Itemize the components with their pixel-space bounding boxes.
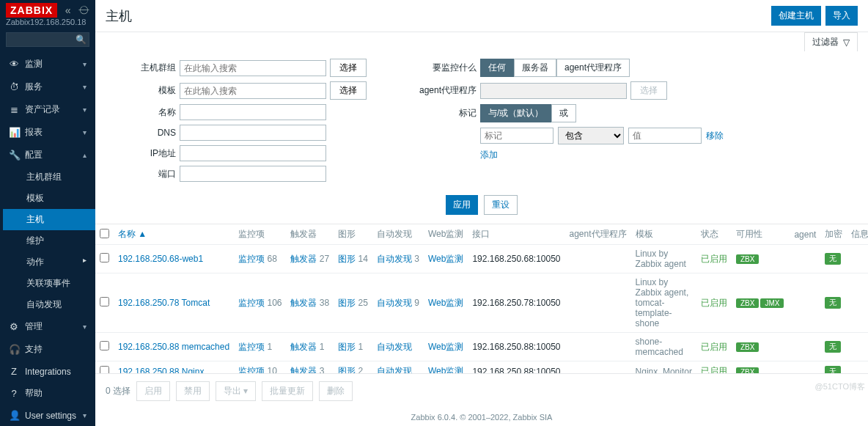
graphs-link[interactable]: 图形 <box>338 254 356 264</box>
graphs-link[interactable]: 图形 <box>338 366 356 373</box>
nav-support[interactable]: 🎧支持 <box>0 338 95 361</box>
cell-proxy <box>565 333 631 361</box>
nav-services[interactable]: ⏱服务▾ <box>0 76 95 98</box>
template-select-button[interactable]: 选择 <box>330 81 367 100</box>
triggers-link[interactable]: 触发器 <box>290 254 317 264</box>
seg-proxy[interactable]: agent代理程序 <box>556 59 630 77</box>
bulk-disable[interactable]: 禁用 <box>176 381 210 401</box>
seg-any[interactable]: 任何 <box>480 59 514 77</box>
tag-remove-link[interactable]: 移除 <box>706 130 724 142</box>
th-agent[interactable]: agent <box>790 224 820 245</box>
triggers-link[interactable]: 触发器 <box>290 342 317 352</box>
host-link[interactable]: 192.168.250.68-web1 <box>118 254 203 264</box>
th-items[interactable]: 监控项 <box>234 224 286 245</box>
bulk-delete[interactable]: 删除 <box>319 381 353 401</box>
integrations-icon: Z <box>9 366 19 377</box>
th-web[interactable]: Web监测 <box>424 224 468 245</box>
host-link[interactable]: 192.168.250.88 memcached <box>118 342 229 352</box>
status-link[interactable]: 已启用 <box>701 342 727 352</box>
create-host-button[interactable]: 创建主机 <box>771 6 821 26</box>
triggers-link[interactable]: 触发器 <box>290 298 317 308</box>
discovery-link[interactable]: 自动发现 <box>377 298 412 308</box>
items-link[interactable]: 监控项 <box>238 254 265 264</box>
nav-integrations[interactable]: ZIntegrations <box>0 361 95 382</box>
dns-input[interactable] <box>180 125 326 141</box>
hostgroup-input[interactable] <box>180 60 326 76</box>
tag-key-input[interactable] <box>480 128 553 144</box>
web-link[interactable]: Web监测 <box>428 254 463 264</box>
hostgroup-select-button[interactable]: 选择 <box>330 59 367 77</box>
collapse-icon[interactable]: « <box>65 4 71 16</box>
host-link[interactable]: 192.168.250.88 Nginx <box>118 367 204 374</box>
tag-logic-group: 与/或（默认） 或 <box>480 104 724 122</box>
port-input[interactable] <box>180 166 326 182</box>
th-name[interactable]: 名称 ▲ <box>114 224 234 245</box>
th-template[interactable]: 模板 <box>631 224 696 245</box>
graphs-link[interactable]: 图形 <box>338 298 356 308</box>
tag-op-select[interactable]: 包含 <box>558 127 624 144</box>
th-status[interactable]: 状态 <box>696 224 732 245</box>
nav-sub-discovery[interactable]: 自动发现 <box>3 294 95 315</box>
status-link[interactable]: 已启用 <box>701 298 727 308</box>
check-all[interactable] <box>100 229 109 238</box>
search-icon[interactable]: 🔍 <box>76 34 87 45</box>
web-link[interactable]: Web监测 <box>428 342 463 352</box>
row-check[interactable] <box>100 366 109 374</box>
nav-sub-hostgroups[interactable]: 主机群组 <box>3 166 95 188</box>
seg-andor[interactable]: 与/或（默认） <box>480 104 551 122</box>
template-input[interactable] <box>180 83 326 99</box>
web-link[interactable]: Web监测 <box>428 366 463 373</box>
nav-monitor[interactable]: 👁监测▾ <box>0 53 95 76</box>
apply-button[interactable]: 应用 <box>446 195 478 215</box>
reset-button[interactable]: 重设 <box>484 195 518 215</box>
web-link[interactable]: Web监测 <box>428 298 463 308</box>
th-triggers[interactable]: 触发器 <box>286 224 334 245</box>
host-link[interactable]: 192.168.250.78 Tomcat <box>118 298 210 308</box>
cell-interface: 192.168.250.88:10050 <box>468 333 564 361</box>
hide-icon[interactable]: ⦵ <box>78 4 89 17</box>
nav-sub-templates[interactable]: 模板 <box>3 188 95 209</box>
th-discovery[interactable]: 自动发现 <box>372 224 424 245</box>
nav-inventory[interactable]: ≣资产记录▾ <box>0 98 95 121</box>
tag-val-input[interactable] <box>628 128 702 144</box>
th-proxy[interactable]: agent代理程序 <box>565 224 631 245</box>
discovery-link[interactable]: 自动发现 <box>377 366 412 373</box>
nav-sub-maintenance[interactable]: 维护 <box>3 230 95 251</box>
th-availability[interactable]: 可用性 <box>732 224 790 245</box>
ip-input[interactable] <box>180 145 326 161</box>
nav-sub-hosts[interactable]: 主机 <box>3 209 95 230</box>
user-icon: 👤 <box>9 410 19 421</box>
items-link[interactable]: 监控项 <box>238 342 265 352</box>
nav-help[interactable]: ?帮助 <box>0 382 95 405</box>
seg-server[interactable]: 服务器 <box>514 59 556 77</box>
row-check[interactable] <box>100 341 109 350</box>
name-input[interactable] <box>180 104 326 120</box>
triggers-link[interactable]: 触发器 <box>290 366 317 373</box>
nav-user[interactable]: 👤User settings▾ <box>0 405 95 426</box>
th-interface[interactable]: 接口 <box>468 224 564 245</box>
status-link[interactable]: 已启用 <box>701 366 727 373</box>
nav-admin[interactable]: ⚙管理▾ <box>0 315 95 338</box>
row-check[interactable] <box>100 253 109 262</box>
bulk-enable[interactable]: 启用 <box>136 381 170 401</box>
nav-reports[interactable]: 📊报表▾ <box>0 121 95 144</box>
import-button[interactable]: 导入 <box>825 6 858 26</box>
th-encryption[interactable]: 加密 <box>820 224 847 245</box>
row-check[interactable] <box>100 297 109 306</box>
nav-sub-actions[interactable]: 动作▸ <box>3 251 95 273</box>
bulk-export[interactable]: 导出 ▾ <box>216 381 256 401</box>
status-link[interactable]: 已启用 <box>701 254 727 264</box>
tag-add-link[interactable]: 添加 <box>480 150 498 160</box>
seg-or[interactable]: 或 <box>551 104 576 122</box>
filter-tab[interactable]: 过滤器 ▽ <box>804 32 858 51</box>
discovery-link[interactable]: 自动发现 <box>377 342 412 352</box>
discovery-link[interactable]: 自动发现 <box>377 254 412 264</box>
nav-config[interactable]: 🔧配置▴ <box>0 144 95 166</box>
bulk-massupdate[interactable]: 批量更新 <box>262 381 313 401</box>
items-link[interactable]: 监控项 <box>238 366 265 373</box>
graphs-link[interactable]: 图形 <box>338 342 356 352</box>
th-info[interactable]: 信息 <box>847 224 868 245</box>
th-graphs[interactable]: 图形 <box>334 224 372 245</box>
items-link[interactable]: 监控项 <box>238 298 265 308</box>
nav-sub-correlation[interactable]: 关联项事件 <box>3 273 95 294</box>
